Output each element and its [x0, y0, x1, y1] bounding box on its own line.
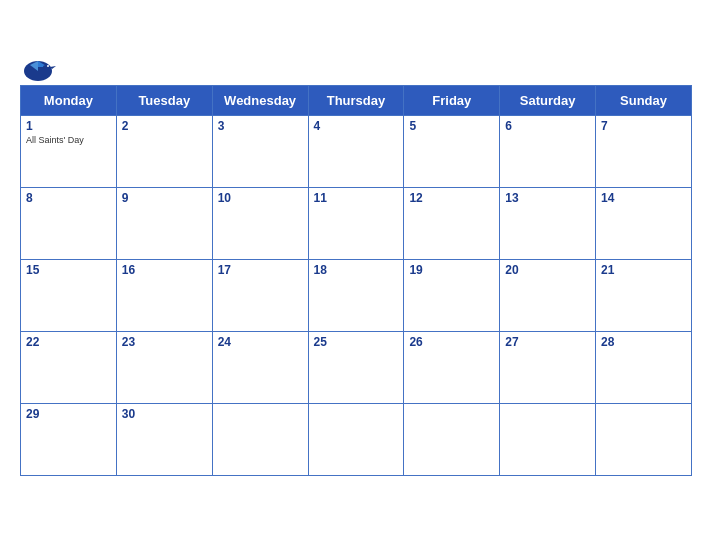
weekday-header-saturday: Saturday: [500, 85, 596, 115]
day-number: 12: [409, 191, 494, 205]
day-number: 1: [26, 119, 111, 133]
calendar-day-cell: 18: [308, 259, 404, 331]
day-number: 10: [218, 191, 303, 205]
calendar-day-cell: 19: [404, 259, 500, 331]
calendar-day-cell: 24: [212, 331, 308, 403]
day-number: 15: [26, 263, 111, 277]
day-number: 22: [26, 335, 111, 349]
calendar-day-cell: [500, 403, 596, 475]
calendar-week-row: 2930: [21, 403, 692, 475]
calendar-day-cell: 5: [404, 115, 500, 187]
calendar-day-cell: 28: [596, 331, 692, 403]
day-number: 25: [314, 335, 399, 349]
weekday-header-wednesday: Wednesday: [212, 85, 308, 115]
calendar-day-cell: 12: [404, 187, 500, 259]
calendar-week-row: 1All Saints' Day234567: [21, 115, 692, 187]
calendar-day-cell: 9: [116, 187, 212, 259]
calendar-day-cell: 20: [500, 259, 596, 331]
day-number: 6: [505, 119, 590, 133]
calendar-day-cell: 6: [500, 115, 596, 187]
day-number: 8: [26, 191, 111, 205]
calendar-day-cell: 10: [212, 187, 308, 259]
calendar-day-cell: 13: [500, 187, 596, 259]
calendar-day-cell: 21: [596, 259, 692, 331]
day-number: 17: [218, 263, 303, 277]
weekday-header-monday: Monday: [21, 85, 117, 115]
day-number: 21: [601, 263, 686, 277]
day-number: 29: [26, 407, 111, 421]
calendar-body: 1All Saints' Day234567891011121314151617…: [21, 115, 692, 475]
day-number: 26: [409, 335, 494, 349]
day-number: 3: [218, 119, 303, 133]
calendar-day-cell: 30: [116, 403, 212, 475]
calendar-day-cell: 16: [116, 259, 212, 331]
logo: [20, 57, 56, 85]
calendar-container: MondayTuesdayWednesdayThursdayFridaySatu…: [0, 55, 712, 496]
calendar-day-cell: 2: [116, 115, 212, 187]
day-number: 14: [601, 191, 686, 205]
calendar-day-cell: 26: [404, 331, 500, 403]
day-number: 7: [601, 119, 686, 133]
day-number: 13: [505, 191, 590, 205]
day-number: 23: [122, 335, 207, 349]
day-number: 27: [505, 335, 590, 349]
weekday-header-thursday: Thursday: [308, 85, 404, 115]
day-number: 24: [218, 335, 303, 349]
calendar-day-cell: 7: [596, 115, 692, 187]
calendar-day-cell: 3: [212, 115, 308, 187]
day-number: 16: [122, 263, 207, 277]
day-number: 30: [122, 407, 207, 421]
svg-point-4: [47, 65, 49, 67]
calendar-day-cell: [596, 403, 692, 475]
calendar-week-row: 22232425262728: [21, 331, 692, 403]
weekday-header-friday: Friday: [404, 85, 500, 115]
day-number: 28: [601, 335, 686, 349]
calendar-day-cell: 4: [308, 115, 404, 187]
calendar-day-cell: 27: [500, 331, 596, 403]
holiday-label: All Saints' Day: [26, 135, 111, 145]
calendar-day-cell: 1All Saints' Day: [21, 115, 117, 187]
calendar-day-cell: [404, 403, 500, 475]
calendar-day-cell: 8: [21, 187, 117, 259]
calendar-day-cell: 23: [116, 331, 212, 403]
calendar-day-cell: 15: [21, 259, 117, 331]
weekday-header-tuesday: Tuesday: [116, 85, 212, 115]
logo-bird-icon: [20, 57, 56, 85]
day-number: 11: [314, 191, 399, 205]
calendar-day-cell: [308, 403, 404, 475]
calendar-header: [20, 65, 692, 77]
calendar-day-cell: 17: [212, 259, 308, 331]
calendar-week-row: 15161718192021: [21, 259, 692, 331]
weekday-header-row: MondayTuesdayWednesdayThursdayFridaySatu…: [21, 85, 692, 115]
calendar-day-cell: [212, 403, 308, 475]
calendar-day-cell: 22: [21, 331, 117, 403]
day-number: 2: [122, 119, 207, 133]
calendar-day-cell: 25: [308, 331, 404, 403]
calendar-day-cell: 29: [21, 403, 117, 475]
calendar-table: MondayTuesdayWednesdayThursdayFridaySatu…: [20, 85, 692, 476]
day-number: 9: [122, 191, 207, 205]
day-number: 4: [314, 119, 399, 133]
day-number: 18: [314, 263, 399, 277]
calendar-day-cell: 11: [308, 187, 404, 259]
day-number: 19: [409, 263, 494, 277]
weekday-header-sunday: Sunday: [596, 85, 692, 115]
calendar-week-row: 891011121314: [21, 187, 692, 259]
day-number: 5: [409, 119, 494, 133]
calendar-day-cell: 14: [596, 187, 692, 259]
day-number: 20: [505, 263, 590, 277]
calendar-thead: MondayTuesdayWednesdayThursdayFridaySatu…: [21, 85, 692, 115]
